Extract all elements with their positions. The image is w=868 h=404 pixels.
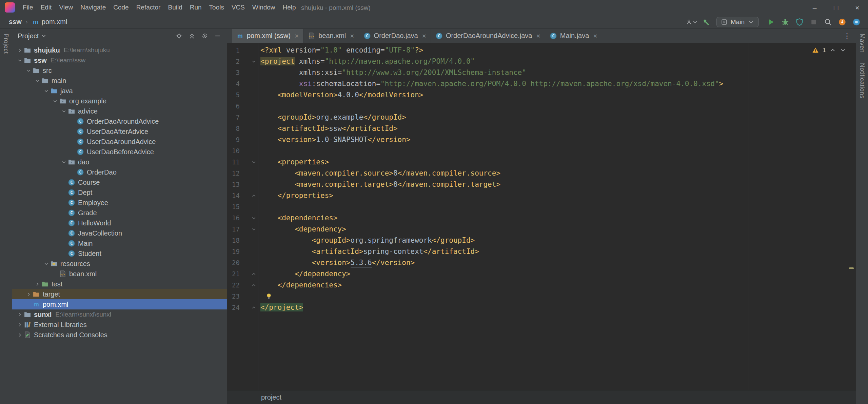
tree-item-sunxl[interactable]: sunxlE:\learn\sunxl\sunxl [12, 309, 227, 320]
menu-navigate[interactable]: Navigate [77, 2, 110, 13]
tree-expand-icon[interactable] [16, 310, 24, 319]
tree-collapse-icon[interactable] [16, 56, 24, 64]
menu-run[interactable]: Run [186, 2, 205, 13]
tree-item-bean-xml[interactable]: </>bean.xml [12, 269, 227, 279]
tree-item-src[interactable]: src [12, 65, 227, 76]
tree-item-employee[interactable]: CEmployee [12, 198, 227, 208]
menu-file[interactable]: File [19, 2, 37, 13]
code-text[interactable]: <?xml version="1.0" encoding="UTF-8"?> [258, 45, 423, 56]
tool-window-button-notifications[interactable]: Notifications [859, 63, 866, 99]
tab-bean-xml[interactable]: </>bean.xml× [303, 29, 359, 43]
fold-marker-icon[interactable] [249, 302, 258, 313]
tree-item-helloworld[interactable]: CHelloWorld [12, 218, 227, 228]
tree-item-pom-xml[interactable]: mpom.xml [12, 299, 227, 309]
tree-expand-icon[interactable] [33, 280, 41, 288]
project-panel-title[interactable]: Project [18, 32, 39, 40]
close-tab-icon[interactable]: × [295, 32, 299, 39]
tree-item-main[interactable]: CMain [12, 238, 227, 248]
tree-expand-icon[interactable] [16, 46, 24, 54]
tree-item-userdaobeforeadvice[interactable]: CUserDaoBeforeAdvice [12, 147, 227, 157]
tree-item-dao[interactable]: dao [12, 157, 227, 167]
tree-item-student[interactable]: CStudent [12, 248, 227, 259]
tree-item-orderdaoaroundadvice[interactable]: COrderDaoAroundAdvice [12, 116, 227, 126]
code-text[interactable]: </dependencies> [258, 280, 342, 291]
minimize-button[interactable]: – [804, 0, 825, 15]
code-text[interactable] [258, 291, 273, 302]
code-text[interactable]: <dependencies> [258, 213, 338, 224]
tree-item-target[interactable]: target [12, 289, 227, 299]
debug-button[interactable] [779, 16, 791, 28]
code-text[interactable]: <version>5.3.6</version> [258, 257, 415, 268]
code-text[interactable]: </project> [258, 302, 303, 313]
close-button[interactable]: × [847, 0, 868, 15]
code-text[interactable]: <maven.compiler.source>8</maven.compiler… [258, 168, 500, 179]
breadcrumb-project-tag[interactable]: project [261, 393, 281, 401]
settings-icon[interactable] [201, 32, 209, 40]
code-with-me-button[interactable] [850, 16, 863, 28]
close-tab-icon[interactable]: × [350, 32, 354, 39]
tree-item-test[interactable]: test [12, 279, 227, 289]
fold-marker-icon[interactable] [249, 190, 258, 201]
code-text[interactable]: <maven.compiler.target>8</maven.compiler… [258, 179, 500, 190]
menu-window[interactable]: Window [249, 2, 279, 13]
tree-item-orderdao[interactable]: COrderDao [12, 167, 227, 177]
tree-item-org-example[interactable]: org.example [12, 96, 227, 106]
fold-marker-icon[interactable] [249, 213, 258, 224]
stop-button[interactable] [808, 16, 820, 28]
tool-window-button-project[interactable]: Project [2, 34, 9, 54]
menu-code[interactable]: Code [110, 2, 132, 13]
fold-marker-icon[interactable] [249, 157, 258, 168]
close-tab-icon[interactable]: × [422, 32, 426, 39]
intention-bulb-icon[interactable] [265, 292, 273, 300]
code-text[interactable]: <artifactId>spring-context</artifactId> [258, 246, 479, 257]
run-config-selector[interactable]: Main [716, 17, 759, 27]
tree-item-java[interactable]: java [12, 86, 227, 96]
run-button[interactable] [765, 16, 777, 28]
code-text[interactable]: <project xmlns="http://maven.apache.org/… [258, 56, 475, 67]
code-text[interactable] [258, 201, 260, 213]
code-text[interactable]: xmlns:xsi="http://www.w3.org/2001/XMLSch… [258, 67, 526, 78]
tree-expand-icon[interactable] [24, 290, 33, 298]
code-text[interactable] [258, 145, 260, 157]
tab-orderdaoaroundadvice-java[interactable]: COrderDaoAroundAdvice.java× [431, 29, 545, 43]
hide-panel-icon[interactable] [214, 32, 221, 40]
ide-update-button[interactable] [836, 16, 848, 28]
tree-expand-icon[interactable] [16, 331, 24, 339]
select-opened-file-icon[interactable] [175, 32, 183, 40]
inspection-widget[interactable]: 1 [812, 46, 846, 54]
search-everywhere-button[interactable] [822, 16, 834, 28]
code-text[interactable]: <artifactId>ssw</artifactId> [258, 123, 398, 134]
tree-item-dept[interactable]: CDept [12, 187, 227, 198]
close-tab-icon[interactable]: × [593, 32, 597, 39]
tab-options-icon[interactable]: ⋮ [838, 29, 856, 43]
tree-expand-icon[interactable] [16, 321, 24, 329]
tree-item-userdaoafteradvice[interactable]: CUserDaoAfterAdvice [12, 126, 227, 137]
menu-build[interactable]: Build [164, 2, 186, 13]
tab-pom-xml-ssw[interactable]: mpom.xml (ssw)× [232, 29, 303, 43]
code-text[interactable]: <groupId>org.example</groupId> [258, 112, 406, 123]
breadcrumb-file[interactable]: pom.xml [42, 18, 67, 26]
close-tab-icon[interactable]: × [536, 32, 540, 39]
code-text[interactable]: <dependency> [258, 224, 346, 235]
code-text[interactable] [258, 101, 260, 112]
code-text[interactable]: <version>1.0-SNAPSHOT</version> [258, 134, 411, 145]
fold-marker-icon[interactable] [249, 56, 258, 67]
tree-item-advice[interactable]: advice [12, 106, 227, 116]
tree-item-external-libraries[interactable]: External Libraries [12, 320, 227, 330]
menu-refactor[interactable]: Refactor [133, 2, 164, 13]
fold-marker-icon[interactable] [249, 268, 258, 280]
tree-collapse-icon[interactable] [60, 158, 68, 166]
tool-window-button-maven[interactable]: Maven [859, 34, 866, 53]
tree-item-resources[interactable]: resources [12, 259, 227, 269]
tree-item-userdaoaroundadvice[interactable]: CUserDaoAroundAdvice [12, 137, 227, 147]
tree-item-scratches-and-consoles[interactable]: Scratches and Consoles [12, 330, 227, 340]
menu-vcs[interactable]: VCS [228, 2, 249, 13]
tree-item-course[interactable]: CCourse [12, 177, 227, 187]
prev-problem-icon[interactable] [829, 47, 836, 54]
breadcrumb-module[interactable]: ssw [9, 18, 22, 26]
chevron-down-icon[interactable] [41, 33, 47, 39]
build-button[interactable] [700, 16, 712, 28]
run-with-coverage-button[interactable] [793, 16, 806, 28]
tree-collapse-icon[interactable] [42, 87, 50, 95]
menu-view[interactable]: View [55, 2, 77, 13]
